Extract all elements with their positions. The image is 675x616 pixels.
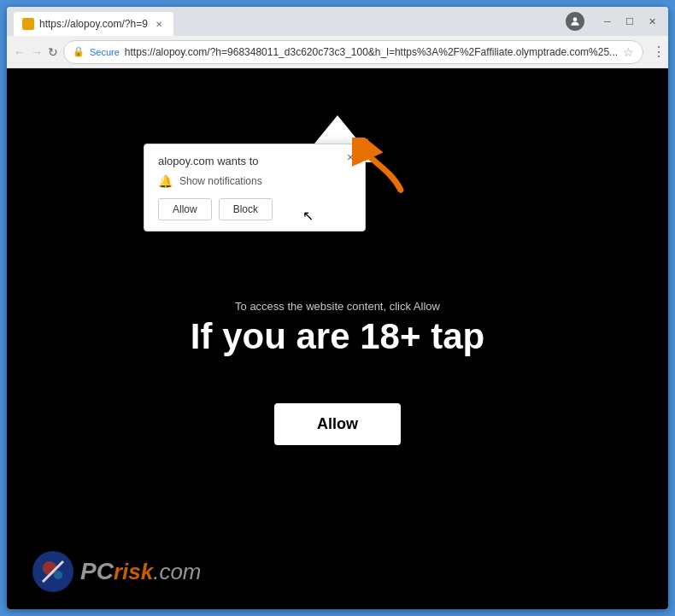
back-button[interactable]: ← — [14, 41, 26, 63]
page-allow-button[interactable]: Allow — [274, 403, 401, 445]
reload-button[interactable]: ↻ — [48, 41, 58, 63]
tab-close-button[interactable]: ✕ — [153, 18, 165, 30]
svg-point-0 — [573, 17, 578, 21]
profile-icon[interactable] — [566, 12, 584, 31]
minimize-button[interactable]: ─ — [598, 12, 617, 31]
popup-block-button[interactable]: Block — [219, 198, 273, 220]
page-content: To access the website content, click All… — [7, 68, 668, 609]
pcrisk-risk: risk — [114, 559, 153, 585]
menu-button[interactable]: ⋮ — [649, 42, 668, 62]
nav-bar: ← → ↻ 🔒 Secure https://alopoy.com/?h=968… — [7, 36, 668, 68]
pcrisk-logo-svg — [34, 553, 72, 590]
notification-popup: × alopoy.com wants to 🔔 Show notificatio… — [144, 144, 366, 232]
small-instruction-text: To access the website content, click All… — [73, 299, 602, 312]
tab-area: https://alopoy.com/?h=9 ✕ — [14, 7, 562, 36]
pcrisk-logo — [32, 551, 73, 592]
pcrisk-watermark: PC risk .com — [32, 551, 202, 592]
address-bar[interactable]: 🔒 Secure https://alopoy.com/?h=968348011… — [63, 40, 643, 64]
forward-button[interactable]: → — [31, 41, 43, 63]
browser-window: https://alopoy.com/?h=9 ✕ ─ ☐ ✕ ← → ↻ 🔒 — [7, 7, 668, 609]
svg-point-3 — [43, 561, 56, 575]
orange-arrow-graphic — [352, 138, 412, 197]
popup-allow-button[interactable]: Allow — [158, 198, 212, 220]
popup-notification-row: 🔔 Show notifications — [158, 174, 351, 188]
bell-icon: 🔔 — [158, 174, 173, 188]
tab-favicon — [22, 18, 34, 30]
popup-title: alopoy.com wants to — [158, 155, 351, 167]
secure-icon: 🔒 — [73, 46, 85, 57]
title-bar: https://alopoy.com/?h=9 ✕ ─ ☐ ✕ — [7, 7, 668, 36]
popup-notification-label: Show notifications — [179, 175, 262, 187]
url-text: https://alopoy.com/?h=968348011_d3c620c7… — [125, 46, 618, 58]
age-gate-text: If you are 18+ tap — [73, 315, 602, 356]
pcrisk-dot: .com — [153, 559, 201, 585]
bookmark-icon[interactable]: ☆ — [623, 45, 634, 59]
secure-label: Secure — [90, 47, 120, 57]
popup-buttons: Allow Block — [158, 198, 351, 220]
svg-point-4 — [54, 571, 62, 579]
pcrisk-text-area: PC risk .com — [80, 558, 202, 585]
close-button[interactable]: ✕ — [643, 12, 661, 31]
tab-label: https://alopoy.com/?h=9 — [39, 18, 148, 30]
window-controls: ─ ☐ ✕ — [598, 12, 661, 31]
maximize-button[interactable]: ☐ — [620, 12, 639, 31]
active-tab[interactable]: https://alopoy.com/?h=9 ✕ — [14, 12, 173, 36]
page-overlay: To access the website content, click All… — [73, 299, 602, 356]
pcrisk-pc: PC — [80, 558, 114, 585]
